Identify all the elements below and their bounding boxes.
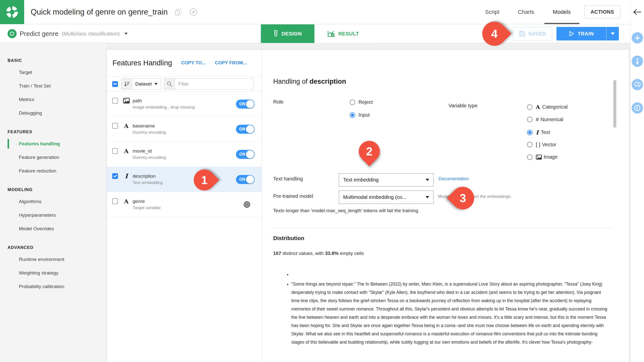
clock-icon [634,105,641,111]
radio-vector[interactable] [527,142,533,147]
tab-charts[interactable]: Charts [518,0,534,24]
radio-image[interactable] [527,154,533,160]
sidebar-item-target[interactable]: Target [0,66,106,79]
indeterminate-dash-icon [113,83,117,84]
collapse-panel-button[interactable] [633,9,641,16]
radio-categorical[interactable] [527,104,533,110]
radio-numerical[interactable] [527,117,533,122]
sidebar-item-weighting-strategy[interactable]: Weighting strategy [0,266,106,280]
feature-toggle[interactable]: ON [236,100,255,109]
feature-row-genre[interactable]: A genre Target variable [107,192,262,217]
select-all-checkbox[interactable] [112,81,118,87]
feature-handling-summary: Text embedding [133,180,163,185]
vector-glyph-icon: [ ] [536,142,540,148]
distribution-stats: 107 distinct values, with 33.8% empty ce… [273,251,364,256]
filter-group [164,78,254,89]
chevron-down-icon [154,83,157,85]
filter-input[interactable] [175,79,253,89]
compass-icon[interactable] [189,8,198,17]
actions-button[interactable]: ACTIONS [584,6,621,18]
copy-to-link[interactable]: COPY TO... [181,60,206,66]
feature-toggle[interactable]: ON [236,125,255,134]
discussions-button[interactable] [632,79,643,90]
feature-name: path [133,98,195,104]
row-checkbox[interactable] [112,148,118,154]
image-glyph-icon [536,155,542,160]
sidebar-section-basic: BASIC [8,58,106,63]
dataset-order-dropdown[interactable]: Dataset [132,79,161,89]
feature-toggle[interactable]: ON [236,150,255,159]
distribution-samples: "Some things are beyond repair." The In … [286,270,610,348]
sidebar-item-feature-reduction[interactable]: Feature reduction [0,164,106,178]
dataiku-logo[interactable] [0,0,24,24]
feature-handling-summary: Target variable [133,205,161,210]
add-button[interactable] [632,32,643,43]
tab-models[interactable]: Models [553,0,571,24]
documentation-link[interactable]: Documentation [438,176,469,182]
variable-type-vector[interactable]: [ ] Vector [527,142,556,148]
image-type-icon [122,98,131,104]
pretrained-model-dropdown[interactable]: Multimodal embedding (co... [339,191,433,204]
variable-type-numerical[interactable]: # Numerical [527,116,563,122]
row-checkbox[interactable] [112,173,118,179]
radio-reject[interactable] [350,100,355,105]
sidebar-item-train-test-set[interactable]: Train / Test Set [0,79,106,93]
radio-text[interactable] [527,130,533,135]
feature-row-basename[interactable]: A basename Dummy encoding ON [107,117,262,142]
text-handling-label: Text handling [273,176,303,182]
row-checkbox[interactable] [112,98,118,104]
copy-from-link[interactable]: COPY FROM... [215,60,247,66]
row-checkbox[interactable] [112,198,118,204]
result-tab-label: RESULT [338,31,359,37]
top-header: Quick modeling of genre on genre_train S… [0,0,630,24]
toggle-knob [246,175,254,184]
tab-design[interactable]: DESIGN [261,24,314,43]
row-checkbox[interactable] [112,123,118,129]
radio-input[interactable] [350,112,355,118]
feature-row-description[interactable]: I description Text embedding ON [107,167,262,192]
variable-type-label: Variable type [449,103,477,109]
role-option-reject[interactable]: Reject [350,99,373,105]
sidebar-item-model-overrides[interactable]: Model Overrides [0,222,106,236]
categorical-glyph-icon: A [536,104,540,110]
feature-name: description [133,173,163,179]
tab-script[interactable]: Script [485,0,499,24]
role-label: Role [273,99,284,105]
train-dropdown-button[interactable] [607,27,619,40]
feature-toggle[interactable]: ON [236,175,255,184]
sort-icon [124,81,130,87]
info-button[interactable] [632,56,643,67]
sidebar-item-features-handling[interactable]: Features handling [0,137,106,151]
sidebar-item-metrics[interactable]: Metrics [0,93,106,106]
role-option-input[interactable]: Input [350,112,370,118]
check-icon [113,175,117,177]
variable-type-image[interactable]: Image [527,154,558,160]
model-selector[interactable]: Predict genre (Multiclass classification… [8,24,128,43]
sidebar-item-hyperparameters[interactable]: Hyperparameters [0,208,106,222]
train-button[interactable]: TRAIN [556,27,606,40]
model-type-label: (Multiclass classification) [62,31,120,37]
train-button-label: TRAIN [578,31,594,37]
text-handling-dropdown[interactable]: Text embedding [339,173,433,187]
target-variable-icon [243,201,251,208]
sidebar-item-feature-generation[interactable]: Feature generation [0,151,106,164]
test-tube-icon [273,30,278,38]
sort-button[interactable] [122,79,132,89]
settings-sidebar: BASIC Target Train / Test Set Metrics De… [0,43,106,362]
copy-icon[interactable] [174,8,182,16]
info-icon [636,58,638,64]
variable-type-text[interactable]: I Text [527,129,550,136]
max-seq-length-warning: Texts longer than 'model.max_seq_length'… [273,208,419,213]
sidebar-item-debugging[interactable]: Debugging [0,106,106,120]
feature-row-movie-id[interactable]: A movie_id Dummy encoding ON [107,142,262,167]
panel-scrollbar[interactable] [613,80,616,128]
sidebar-section-features: FEATURES [8,129,106,134]
sidebar-item-runtime-environment[interactable]: Runtime environment [0,253,106,266]
variable-type-categorical[interactable]: A Categorical [527,104,568,110]
save-button[interactable]: SAVED [513,27,552,40]
sidebar-item-probability-calibration[interactable]: Probability calibration [0,280,106,293]
sidebar-item-algorithms[interactable]: Algorithms [0,195,106,208]
feature-row-path[interactable]: path Image embedding , drop missing ON [107,92,262,117]
history-button[interactable] [632,102,643,114]
tab-result[interactable]: RESULT [314,24,372,43]
